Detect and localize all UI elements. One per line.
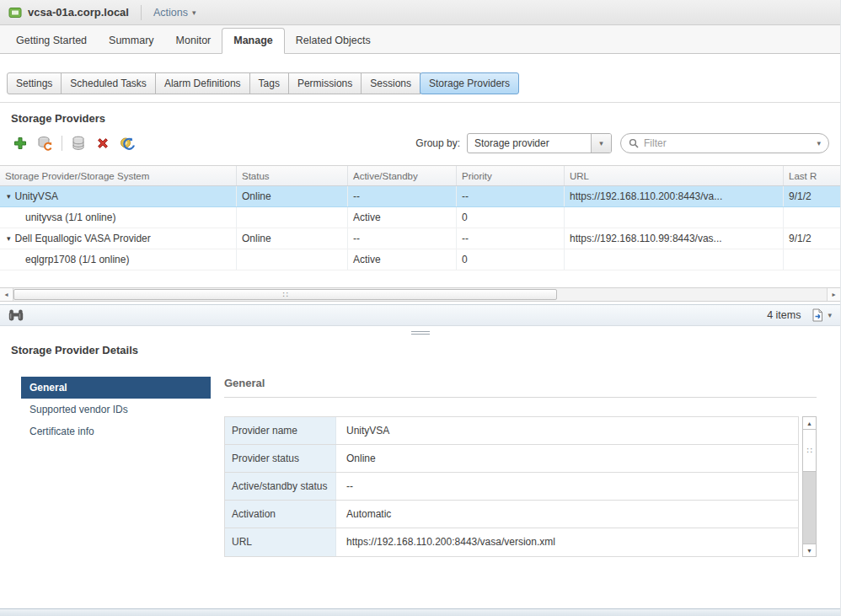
- table-row[interactable]: unityvsa (1/1 online) Active 0: [0, 207, 840, 228]
- subtab-settings[interactable]: Settings: [7, 72, 62, 94]
- storage-providers-table: Storage Provider/Storage System Status A…: [0, 165, 840, 302]
- filter-box[interactable]: ▾: [620, 133, 829, 153]
- vcenter-icon: [8, 6, 22, 19]
- hscroll-right-icon[interactable]: ▸: [827, 288, 840, 301]
- field-label: URL: [225, 528, 336, 556]
- expand-arrow-icon[interactable]: ▾: [7, 186, 11, 206]
- details-table: Provider name UnityVSA Provider status O…: [224, 416, 799, 557]
- rescan-provider-icon[interactable]: [69, 135, 88, 152]
- vscroll-track[interactable]: [802, 472, 817, 544]
- subtab-sessions[interactable]: Sessions: [361, 72, 420, 94]
- details-panel: General Provider name UnityVSA Provider …: [224, 377, 817, 557]
- tab-getting-started[interactable]: Getting Started: [5, 29, 98, 53]
- tab-manage[interactable]: Manage: [222, 28, 285, 54]
- sync-provider-icon[interactable]: [35, 135, 54, 152]
- window-bottom-edge: [0, 608, 840, 616]
- column-header-url[interactable]: URL: [565, 166, 784, 185]
- manage-subtab-bar: Settings Scheduled Tasks Alarm Definitio…: [0, 54, 840, 103]
- column-header-last-rescan[interactable]: Last R: [784, 166, 840, 185]
- splitter-handle-icon: [411, 329, 430, 336]
- details-nav-supported-vendor-ids[interactable]: Supported vendor IDs: [21, 399, 211, 420]
- tab-related-objects[interactable]: Related Objects: [285, 29, 382, 53]
- expand-arrow-icon[interactable]: ▾: [7, 228, 11, 249]
- subtab-tags[interactable]: Tags: [249, 72, 289, 94]
- vertical-scrollbar[interactable]: ▲ ∷ ▼: [802, 416, 817, 557]
- group-by-value: Storage provider: [468, 137, 591, 149]
- storage-providers-heading: Storage Providers: [11, 112, 840, 125]
- field-label: Provider name: [225, 417, 336, 444]
- details-nav-general[interactable]: General: [21, 377, 211, 399]
- subtab-permissions[interactable]: Permissions: [288, 72, 362, 94]
- export-button[interactable]: ▾: [811, 308, 832, 322]
- filter-caret-icon[interactable]: ▾: [817, 139, 821, 147]
- details-panel-title: General: [224, 377, 817, 398]
- table-row[interactable]: ▾Dell Equallogic VASA Provider Online --…: [0, 228, 840, 249]
- details-row: Provider status Online: [225, 445, 798, 473]
- panel-splitter[interactable]: [0, 326, 840, 339]
- field-value: https://192.168.110.200:8443/vasa/versio…: [336, 528, 798, 556]
- details-section: General Supported vendor IDs Certificate…: [0, 356, 840, 557]
- details-row: URL https://192.168.110.200:8443/vasa/ve…: [225, 528, 798, 556]
- unregister-provider-icon[interactable]: [94, 135, 112, 152]
- vscroll-down-icon[interactable]: ▼: [802, 544, 817, 557]
- field-label: Activation: [225, 501, 336, 528]
- table-status-bar: 4 items ▾: [0, 304, 840, 326]
- column-header-active-standby[interactable]: Active/Standby: [348, 166, 457, 185]
- field-value: Online: [336, 445, 798, 472]
- providers-toolbar: Group by: Storage provider ▾ ▾: [0, 125, 840, 165]
- table-row[interactable]: eqlgrp1708 (1/1 online) Active 0: [0, 249, 840, 271]
- main-tab-bar: Getting Started Summary Monitor Manage R…: [0, 25, 840, 54]
- vsphere-web-client-window: vcsa-01a.corp.local Actions ▾ Getting St…: [0, 0, 841, 616]
- column-header-priority[interactable]: Priority: [457, 166, 565, 185]
- subtab-storage-providers[interactable]: Storage Providers: [420, 72, 519, 94]
- vscroll-thumb[interactable]: ∷: [802, 430, 817, 472]
- object-title: vcsa-01a.corp.local: [28, 6, 129, 19]
- vscroll-up-icon[interactable]: ▲: [802, 416, 817, 430]
- field-label: Provider status: [225, 445, 336, 472]
- group-by-dropdown[interactable]: Storage provider ▾: [467, 133, 612, 153]
- tab-summary[interactable]: Summary: [98, 29, 164, 53]
- column-header-provider[interactable]: Storage Provider/Storage System: [0, 166, 237, 185]
- refresh-certificate-icon[interactable]: [118, 135, 137, 152]
- details-row: Active/standby status --: [225, 473, 798, 501]
- subtab-alarm-definitions[interactable]: Alarm Definitions: [155, 72, 250, 94]
- subtab-scheduled-tasks[interactable]: Scheduled Tasks: [61, 72, 156, 94]
- toolbar-separator: [62, 136, 62, 151]
- field-value: --: [336, 473, 798, 500]
- table-header-row: Storage Provider/Storage System Status A…: [0, 165, 840, 186]
- actions-menu-button[interactable]: Actions ▾: [153, 7, 196, 19]
- horizontal-scrollbar[interactable]: ◂ ∷ ▸: [0, 287, 840, 302]
- object-title-bar: vcsa-01a.corp.local Actions ▾: [0, 0, 840, 25]
- column-header-status[interactable]: Status: [237, 166, 348, 185]
- export-caret-icon[interactable]: ▾: [828, 311, 832, 319]
- tab-monitor[interactable]: Monitor: [165, 29, 222, 53]
- details-nav-certificate-info[interactable]: Certificate info: [21, 420, 211, 442]
- group-by-label: Group by:: [415, 137, 460, 149]
- hscroll-thumb[interactable]: ∷: [13, 289, 557, 300]
- items-count: 4 items: [767, 309, 801, 321]
- find-icon[interactable]: [8, 309, 24, 321]
- storage-provider-details-heading: Storage Provider Details: [11, 344, 840, 356]
- add-provider-icon[interactable]: [11, 135, 29, 152]
- filter-input[interactable]: [644, 137, 812, 149]
- details-nav: General Supported vendor IDs Certificate…: [21, 377, 211, 557]
- table-row[interactable]: ▾UnityVSA Online -- -- https://192.168.1…: [0, 186, 840, 207]
- table-empty-area: [0, 271, 840, 287]
- details-row: Activation Automatic: [225, 501, 798, 528]
- group-by-caret-icon[interactable]: ▾: [591, 134, 611, 153]
- titlebar-separator: [141, 5, 142, 20]
- actions-caret-icon: ▾: [192, 8, 196, 17]
- field-label: Active/standby status: [225, 473, 336, 500]
- hscroll-left-icon[interactable]: ◂: [0, 288, 13, 301]
- search-icon: [629, 138, 639, 148]
- details-row: Provider name UnityVSA: [225, 417, 798, 445]
- field-value: UnityVSA: [336, 417, 798, 444]
- field-value: Automatic: [336, 501, 798, 528]
